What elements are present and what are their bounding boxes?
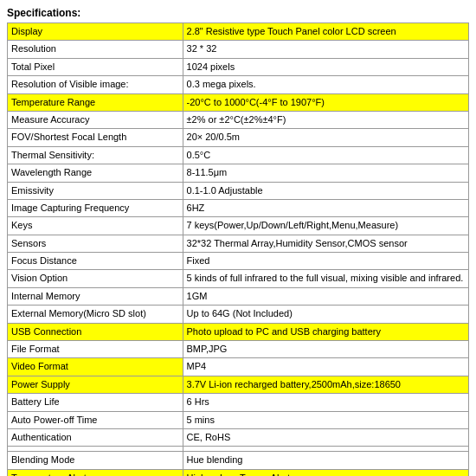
spec-value: High or Low Tempe Alert [183,469,468,476]
spec-label: Thermal Sensitivity: [8,146,183,164]
spec-label: Focus Distance [8,253,183,270]
spec-value: 3.7V Li-ion recharged battery,2500mAh,si… [183,376,468,393]
table-row: Resolution of Visible image:0.3 mega pix… [8,76,469,93]
table-row: Focus DistanceFixed [8,253,469,270]
page-title: Specifications: [7,7,469,19]
spec-value: 32*32 Thermal Array,Humidity Sensor,CMOS… [183,235,468,252]
spec-label: Vision Option [8,270,183,287]
spec-label: Wavelength Range [8,164,183,182]
spec-label: Internal Memory [8,287,183,305]
table-row: Thermal Sensitivity:0.5°C [8,146,469,164]
table-row: Emissivity0.1-1.0 Adjustable [8,182,469,199]
spec-value: MP4 [183,358,468,376]
spec-label: Blending Mode [8,452,183,469]
table-row: Measure Accuracy±2% or ±2°C(±2%±4°F) [8,111,469,128]
table-row: AuthenticationCE, RoHS [8,428,469,446]
spec-label: Temperature Range [8,93,183,111]
spec-value: ±2% or ±2°C(±2%±4°F) [183,111,468,128]
spec-value: 32 * 32 [183,41,468,58]
table-row: External Memory(Micro SD slot)Up to 64G … [8,306,469,323]
table-row: Internal Memory1GM [8,287,469,305]
spec-value: Fixed [183,253,468,270]
spec-value: 6 Hrs [183,394,468,411]
spec-label: Keys [8,217,183,235]
table-row: Video FormatMP4 [8,358,469,376]
spec-value: 5 kinds of full infrared to the full vis… [183,270,468,287]
table-row: Total Pixel1024 pixels [8,58,469,75]
spec-label: Image Capturing Frequency [8,199,183,216]
spec-value: 20× 20/0.5m [183,129,468,146]
table-row: Auto Power-off Time5 mins [8,411,469,428]
spec-label: Total Pixel [8,58,183,75]
spec-value: 0.3 mega pixels. [183,76,468,93]
spec-label: USB Connection [8,323,183,340]
spec-label: Battery Life [8,394,183,411]
spec-value: Up to 64G (Not Included) [183,306,468,323]
specs-table: Display2.8" Resistive type Touch Panel c… [7,23,469,476]
table-row: File FormatBMP,JPG [8,341,469,358]
table-row: Keys7 keys(Power,Up/Down/Left/Right,Menu… [8,217,469,235]
spec-value: 7 keys(Power,Up/Down/Left/Right,Menu,Mea… [183,217,468,235]
spec-label: External Memory(Micro SD slot) [8,306,183,323]
table-row: Vision Option5 kinds of full infrared to… [8,270,469,287]
spec-label: Display [8,23,183,41]
spec-label: Sensors [8,235,183,252]
spec-value: CE, RoHS [183,428,468,446]
spec-label: Measure Accuracy [8,111,183,128]
table-row: Display2.8" Resistive type Touch Panel c… [8,23,469,41]
spec-label: FOV/Shortest Focal Length [8,129,183,146]
table-row: Temperature AlertHigh or Low Tempe Alert [8,469,469,476]
table-row: Image Capturing Frequency6HZ [8,199,469,216]
spec-label: Power Supply [8,376,183,393]
spec-value: 8-11.5μm [183,164,468,182]
spec-value: BMP,JPG [183,341,468,358]
spec-value: 5 mins [183,411,468,428]
spec-value: Photo upload to PC and USB charging batt… [183,323,468,340]
table-row: Wavelength Range8-11.5μm [8,164,469,182]
spec-label: Auto Power-off Time [8,411,183,428]
table-row: Battery Life6 Hrs [8,394,469,411]
spec-value: 0.5°C [183,146,468,164]
spec-label: Resolution [8,41,183,58]
spec-value: -20°C to 1000°C(-4°F to 1907°F) [183,93,468,111]
spec-label: Authentication [8,428,183,446]
table-row: FOV/Shortest Focal Length20× 20/0.5m [8,129,469,146]
spec-value: 1GM [183,287,468,305]
table-row: USB ConnectionPhoto upload to PC and USB… [8,323,469,340]
spec-label: Temperature Alert [8,469,183,476]
spec-label: Video Format [8,358,183,376]
table-row: Sensors32*32 Thermal Array,Humidity Sens… [8,235,469,252]
table-row: Resolution32 * 32 [8,41,469,58]
spec-value: 2.8" Resistive type Touch Panel color LC… [183,23,468,41]
spec-value: 0.1-1.0 Adjustable [183,182,468,199]
table-row: Temperature Range-20°C to 1000°C(-4°F to… [8,93,469,111]
spec-label: File Format [8,341,183,358]
table-row: Blending ModeHue blending [8,452,469,469]
spec-value: 6HZ [183,199,468,216]
spec-value: 1024 pixels [183,58,468,75]
spec-label: Resolution of Visible image: [8,76,183,93]
spec-label: Emissivity [8,182,183,199]
table-row: Power Supply3.7V Li-ion recharged batter… [8,376,469,393]
spec-value: Hue blending [183,452,468,469]
